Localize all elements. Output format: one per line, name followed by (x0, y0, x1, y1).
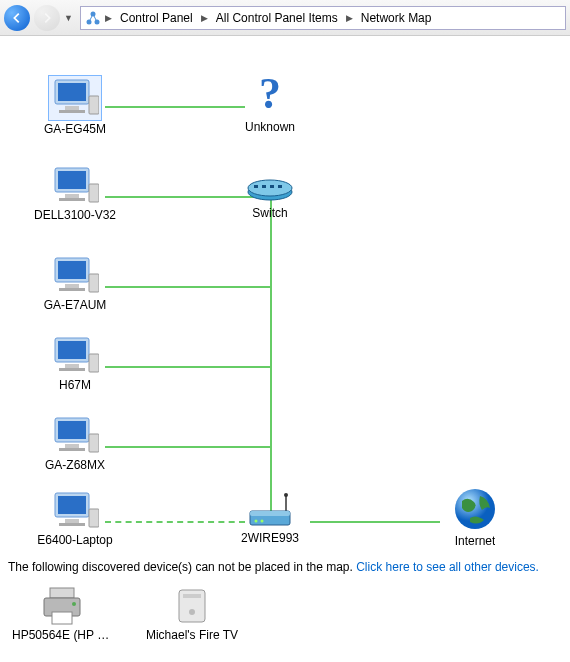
svg-rect-25 (65, 444, 79, 448)
svg-rect-32 (89, 509, 99, 527)
connection-line (270, 196, 272, 521)
svg-rect-5 (65, 106, 79, 110)
device-internet[interactable]: Internet (420, 486, 530, 548)
device-label: GA-Z68MX (45, 458, 105, 472)
computer-icon (51, 491, 99, 531)
svg-rect-26 (59, 448, 85, 451)
router-icon (246, 491, 294, 529)
device-label: H67M (59, 378, 91, 392)
breadcrumb-item[interactable]: Control Panel (116, 9, 197, 27)
svg-rect-17 (89, 274, 99, 292)
device-computer[interactable]: E6400-Laptop (20, 491, 130, 547)
breadcrumb: ▶ Control Panel ▶ All Control Panel Item… (80, 6, 566, 30)
svg-point-50 (72, 602, 76, 606)
unplaced-notice: The following discovered device(s) can n… (0, 556, 570, 578)
device-box-icon (175, 586, 209, 626)
svg-rect-47 (50, 588, 74, 598)
device-computer[interactable]: GA-Z68MX (20, 416, 130, 472)
svg-rect-39 (278, 185, 282, 188)
globe-icon (452, 486, 498, 532)
breadcrumb-sep: ▶ (199, 13, 210, 23)
computer-icon (51, 336, 99, 376)
svg-rect-52 (183, 594, 201, 598)
device-computer[interactable]: H67M (20, 336, 130, 392)
svg-rect-36 (254, 185, 258, 188)
breadcrumb-item[interactable]: Network Map (357, 9, 436, 27)
svg-text:?: ? (259, 74, 281, 118)
svg-rect-7 (89, 96, 99, 114)
device-label: HP50564E (HP Of... (12, 628, 112, 642)
device-computer[interactable]: GA-E7AUM (20, 256, 130, 312)
device-computer[interactable]: GA-EG45M (20, 76, 130, 136)
svg-point-41 (284, 493, 288, 497)
breadcrumb-item[interactable]: All Control Panel Items (212, 9, 342, 27)
device-label: GA-EG45M (44, 122, 106, 136)
device-label: Switch (252, 206, 287, 220)
breadcrumb-sep: ▶ (103, 13, 114, 23)
device-label: DELL3100-V32 (34, 208, 116, 222)
device-label: E6400-Laptop (37, 533, 112, 547)
svg-rect-20 (65, 364, 79, 368)
svg-rect-9 (58, 171, 86, 189)
svg-point-45 (261, 520, 264, 523)
computer-icon (51, 78, 99, 118)
unplaced-text: The following discovered device(s) can n… (8, 560, 356, 574)
this-pc-highlight (49, 76, 101, 120)
forward-button[interactable] (34, 5, 60, 31)
svg-rect-37 (262, 185, 266, 188)
computer-icon (51, 166, 99, 206)
device-printer[interactable]: HP50564E (HP Of... (12, 586, 112, 642)
device-unknown[interactable]: ? Unknown (215, 74, 325, 134)
device-label: Internet (455, 534, 496, 548)
device-label: Unknown (245, 120, 295, 134)
device-gateway[interactable]: 2WIRE993 (215, 491, 325, 545)
network-icon (85, 10, 101, 26)
device-label: 2WIRE993 (241, 531, 299, 545)
device-other[interactable]: Michael's Fire TV (142, 586, 242, 642)
svg-rect-43 (250, 511, 290, 516)
question-icon: ? (250, 74, 290, 118)
computer-icon (51, 256, 99, 296)
svg-point-53 (189, 609, 195, 615)
svg-rect-12 (89, 184, 99, 202)
svg-rect-16 (59, 288, 85, 291)
svg-rect-21 (59, 368, 85, 371)
device-label: GA-E7AUM (44, 298, 107, 312)
svg-rect-24 (58, 421, 86, 439)
svg-rect-22 (89, 354, 99, 372)
printer-icon (40, 586, 84, 626)
svg-rect-4 (58, 83, 86, 101)
svg-rect-29 (58, 496, 86, 514)
device-computer[interactable]: DELL3100-V32 (20, 166, 130, 222)
switch-icon (246, 174, 294, 204)
svg-rect-11 (59, 198, 85, 201)
svg-rect-6 (59, 110, 85, 113)
unplaced-devices: HP50564E (HP Of... Michael's Fire TV (0, 578, 570, 650)
back-button[interactable] (4, 5, 30, 31)
svg-rect-14 (58, 261, 86, 279)
see-other-devices-link[interactable]: Click here to see all other devices. (356, 560, 539, 574)
svg-rect-49 (52, 612, 72, 624)
svg-rect-38 (270, 185, 274, 188)
breadcrumb-sep: ▶ (344, 13, 355, 23)
svg-rect-30 (65, 519, 79, 523)
network-map: GA-EG45M DELL3100-V32 GA-E7AUM H67M GA-Z… (0, 36, 570, 556)
svg-rect-15 (65, 284, 79, 288)
svg-rect-31 (59, 523, 85, 526)
device-label: Michael's Fire TV (146, 628, 238, 642)
navigation-toolbar: ▼ ▶ Control Panel ▶ All Control Panel It… (0, 0, 570, 36)
computer-icon (51, 416, 99, 456)
svg-rect-27 (89, 434, 99, 452)
device-switch[interactable]: Switch (215, 174, 325, 220)
svg-rect-10 (65, 194, 79, 198)
svg-point-44 (255, 520, 258, 523)
recent-dropdown-icon[interactable]: ▼ (64, 13, 74, 23)
svg-rect-19 (58, 341, 86, 359)
